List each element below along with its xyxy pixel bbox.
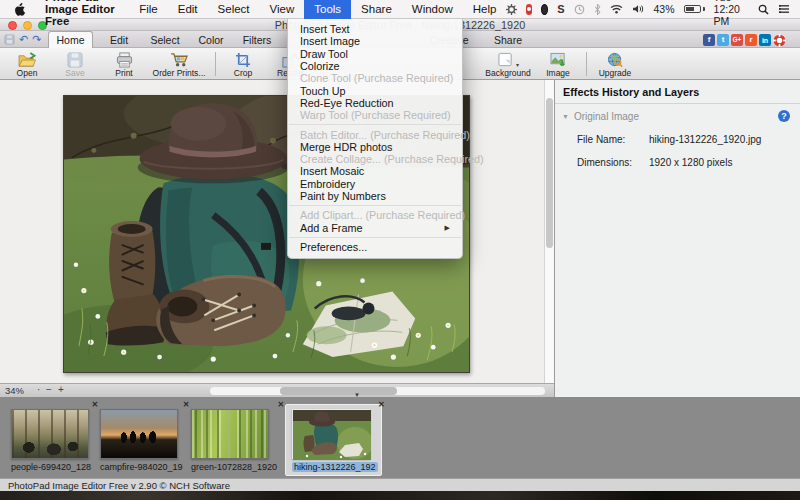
menu-separator [289,205,461,206]
menubar-item-share[interactable]: Share [351,0,402,19]
original-image-section[interactable]: ▼ Original Image ? [555,104,800,126]
zoom-bar: 34% · − + ▼ [0,383,554,397]
thumbnail-campfire[interactable]: ✕ campfire-984020_19 [100,409,183,472]
menu-item-preferences[interactable]: Preferences... [288,241,462,253]
reddit-icon[interactable]: r [745,34,757,46]
menu-item-warp-tool: Warp Tool (Purchase Required) [288,109,462,121]
googleplus-icon[interactable]: G+ [731,34,743,46]
tab-filters[interactable]: Filters [234,31,280,48]
save-button[interactable]: Save [56,50,94,78]
section-title: Original Image [574,111,639,122]
menubar-item-select[interactable]: Select [208,0,260,19]
menubar-item-help[interactable]: Help [463,0,507,19]
volume-icon[interactable] [632,4,645,14]
editor-canvas[interactable] [0,80,554,383]
apple-icon[interactable] [0,3,35,16]
vertical-scrollbar-thumb[interactable] [546,98,553,248]
password-manager-icon[interactable] [526,4,532,15]
menubar-clock[interactable]: Tue 12:20 PM [714,0,749,27]
submenu-arrow-icon: ▶ [445,224,450,232]
menu-item-merge-hdr-photos[interactable]: Merge HDR photos [288,141,462,153]
bluetooth-icon[interactable] [594,4,601,15]
menu-item-insert-image[interactable]: Insert Image [288,35,462,47]
thumbnail-image[interactable] [191,409,269,459]
shopping-cart-icon [170,51,189,68]
close-icon[interactable]: ✕ [183,400,190,409]
horizontal-scrollbar-thumb[interactable] [280,387,397,395]
menubar-app-name[interactable]: PhotoPad Image Editor Free [35,0,129,27]
thumbnail-image[interactable] [292,409,370,459]
linkedin-icon[interactable]: in [759,34,771,46]
print-button[interactable]: Print [104,50,144,78]
thumbnail-image[interactable] [11,409,89,459]
zoom-in-button[interactable]: + [58,384,64,395]
twitter-icon[interactable]: t [717,34,729,46]
support-lifebuoy-icon[interactable] [773,34,786,47]
image-icon [550,51,567,68]
background-icon: ▾ [497,51,519,68]
file-name-field: File Name: hiking-1312226_1920.jpg [555,126,800,149]
menu-item-paint-by-numbers[interactable]: Paint by Numbers [288,190,462,202]
menu-item-red-eye-reduction[interactable]: Red-Eye Reduction [288,97,462,109]
spotlight-icon[interactable] [758,4,769,15]
menu-item-insert-mosaic[interactable]: Insert Mosaic [288,165,462,177]
menubar-item-tools[interactable]: Tools [304,0,351,19]
menubar-item-file[interactable]: File [129,0,168,19]
menu-item-draw-tool[interactable]: Draw Tool [288,48,462,60]
time-machine-icon[interactable] [574,4,585,15]
upgrade-globe-icon [607,51,624,68]
horizontal-scrollbar[interactable] [210,387,545,395]
quick-save-icon[interactable] [4,31,15,49]
close-icon[interactable]: ✕ [91,400,98,409]
tab-edit[interactable]: Edit [98,31,140,48]
status-text: PhotoPad Image Editor Free v 2.90 © NCH … [8,480,230,491]
image-button[interactable]: Image [538,50,578,78]
crop-button[interactable]: Crop [224,50,262,78]
menu-separator [289,124,461,125]
close-icon[interactable]: ✕ [277,400,284,409]
undo-icon[interactable]: ↶ [19,34,28,45]
vertical-scrollbar[interactable] [544,80,554,383]
photopad-window: PhotoPad Image Editor Free File Edit Sel… [0,0,800,500]
effects-panel: Effects History and Layers ▼ Original Im… [554,80,800,397]
round-app-icon[interactable] [541,4,548,15]
menu-separator [289,237,461,238]
thumbnail-people[interactable]: ✕ people-699420_128 [11,409,91,472]
menu-item-insert-text[interactable]: Insert Text [288,23,462,35]
background-button[interactable]: ▾ Background [480,50,536,78]
facebook-icon[interactable]: f [703,34,715,46]
battery-icon[interactable] [684,5,705,13]
notification-center-icon[interactable] [778,4,790,14]
order-prints-button[interactable]: Order Prints... [148,50,210,78]
menubar-item-view[interactable]: View [260,0,305,19]
desktop-background-strip [0,491,800,500]
tools-menu: Insert Text Insert Image Draw Tool Color… [287,19,463,259]
thumbnail-hiking[interactable]: ✕ hiking-1312226_192 [292,409,378,472]
menu-item-touch-up[interactable]: Touch Up [288,84,462,96]
gear-menu-icon[interactable] [506,4,517,15]
thumbnail-green[interactable]: ✕ green-1072828_1920 [191,409,277,472]
upgrade-button[interactable]: Upgrade [592,50,638,78]
tab-color[interactable]: Color [190,31,232,48]
tab-share[interactable]: Share [484,31,532,48]
menubar-item-window[interactable]: Window [402,0,463,19]
s-app-icon[interactable]: S [557,3,564,15]
crop-icon [235,51,251,68]
menubar-item-edit[interactable]: Edit [168,0,208,19]
panel-header: Effects History and Layers [555,80,800,104]
wifi-icon[interactable] [610,4,623,14]
zoom-dot: · [37,384,40,395]
menu-item-add-a-frame[interactable]: Add a Frame▶ [288,221,462,233]
tab-home[interactable]: Home [48,31,93,48]
zoom-out-button[interactable]: − [46,384,52,395]
menu-item-colorize[interactable]: Colorize [288,60,462,72]
menu-item-embroidery[interactable]: Embroidery [288,178,462,190]
help-icon[interactable]: ? [778,110,790,122]
status-bar: PhotoPad Image Editor Free v 2.90 © NCH … [0,478,800,491]
menu-item-create-collage: Create Collage... (Purchase Required) [288,153,462,165]
open-button[interactable]: Open [8,50,46,78]
redo-icon[interactable]: ↷ [32,34,41,45]
thumbnail-image[interactable] [100,409,178,459]
tab-select[interactable]: Select [142,31,188,48]
close-icon[interactable]: ✕ [378,400,385,409]
